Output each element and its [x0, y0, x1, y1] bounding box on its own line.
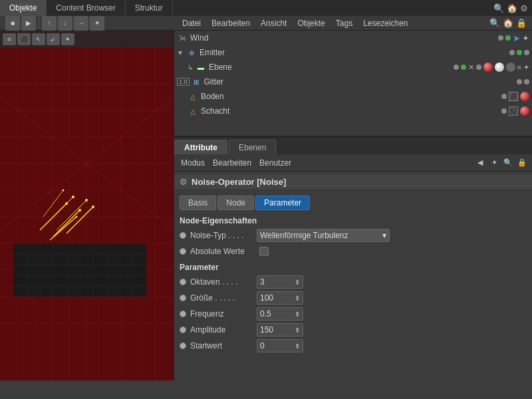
noise-typ-row: Noise-Typ . . . . Wellenförmige Turbulen…	[174, 227, 532, 243]
operator-title: Noise-Operator [Noise]	[192, 177, 286, 187]
startwert-value: 0	[260, 341, 265, 350]
object-row-boden[interactable]: △ Boden ⬛	[174, 89, 532, 104]
groesse-value: 100	[260, 293, 273, 303]
emitter-dots	[509, 50, 529, 55]
groesse-spinner[interactable]: ⬍	[295, 295, 300, 302]
amplitude-spinner[interactable]: ⬍	[295, 327, 300, 334]
vp-btn-4[interactable]: ↙	[47, 33, 60, 45]
startwert-input[interactable]: 0 ⬍	[257, 339, 303, 352]
attr-bearbeiten[interactable]: Bearbeiten	[210, 158, 254, 168]
object-row-ebene[interactable]: ↳ ▬ Ebene ✕ ≡ ✦	[174, 60, 532, 74]
sub-tab-node[interactable]: Node	[217, 196, 254, 210]
groesse-bullet	[180, 295, 186, 301]
right-panel: 🌬 Wind ➤ ✦ ▼ ⊕ Emitter	[174, 31, 532, 380]
vp-btn-5[interactable]: ✦	[61, 33, 74, 45]
absolute-werte-checkbox[interactable]	[259, 247, 269, 256]
emitter-expand[interactable]: ▼	[177, 49, 184, 57]
tab-struktur[interactable]: Struktur	[126, 0, 173, 16]
ebene-label: Ebene	[209, 63, 454, 72]
toolbar-btn-3[interactable]: ↑	[42, 16, 57, 31]
menu-objekte[interactable]: Objekte	[292, 19, 330, 28]
prop-row-oktaven: Oktaven . . . . 3 ⬍	[174, 274, 532, 290]
sub-tab-basis[interactable]: Basis	[180, 196, 216, 210]
vp-btn-3[interactable]: ↖	[32, 33, 45, 45]
amplitude-label: Amplitude	[190, 325, 257, 334]
eb-extra: ≡	[517, 63, 521, 71]
emitter-label: Emitter	[200, 48, 509, 57]
properties-panel: ⚙ Noise-Operator [Noise] Basis Node Para…	[174, 172, 532, 380]
object-row-gitter[interactable]: 1.0 ⊞ Gitter	[174, 74, 532, 89]
tab-content-browser[interactable]: Content Browser	[47, 0, 125, 16]
startwert-label: Startwert	[190, 341, 257, 350]
groesse-label: Größe . . . . .	[190, 293, 257, 303]
vp-btn-2[interactable]: ⬛	[17, 33, 31, 45]
search-icon[interactable]: 🔍	[493, 3, 504, 13]
frequenz-spinner[interactable]: ⬍	[295, 311, 300, 318]
frequenz-input[interactable]: 0.5 ⬍	[257, 307, 303, 321]
sphere-grey	[506, 63, 515, 72]
object-row-wind[interactable]: 🌬 Wind ➤ ✦	[174, 31, 532, 45]
toolbar-btn-4[interactable]: ↓	[58, 16, 72, 31]
g-dot-2	[524, 79, 529, 84]
attr-benutzer[interactable]: Benutzer	[257, 158, 294, 168]
wind-arrow[interactable]: ➤	[513, 33, 520, 43]
gitter-label: Gitter	[204, 77, 517, 86]
gitter-dots	[517, 79, 529, 84]
settings-icon[interactable]: ⚙	[520, 3, 528, 13]
menu-tags[interactable]: Tags	[331, 19, 358, 28]
attr-toolbar-icons: ◀ ✦ 🔍 🔒	[474, 157, 528, 169]
home-right-icon[interactable]: 🏠	[503, 18, 513, 28]
home-icon[interactable]: 🏠	[507, 3, 517, 13]
svg-point-52	[76, 216, 78, 218]
tab-objekte[interactable]: Objekte	[0, 0, 47, 16]
oktaven-input[interactable]: 3 ⬍	[257, 275, 303, 289]
attr-search-icon[interactable]: 🔍	[502, 157, 514, 169]
schacht-icon: △	[188, 106, 198, 116]
eb-x[interactable]: ✕	[468, 63, 474, 72]
tab-attribute[interactable]: Attribute	[174, 140, 227, 154]
absolute-werte-row: Absolute Werte	[174, 243, 532, 259]
startwert-spinner[interactable]: ⬍	[295, 342, 300, 350]
ebene-arrow: ↳	[188, 64, 193, 71]
attr-modus[interactable]: Modus	[178, 158, 207, 168]
boden-icon: △	[188, 91, 198, 102]
groesse-input[interactable]: 100 ⬍	[257, 291, 303, 305]
toolbar-btn-5[interactable]: →	[74, 16, 88, 31]
eb-dot-2	[461, 65, 466, 70]
g-dot-1	[517, 79, 522, 84]
main-area: ≡ ⬛ ↖ ↙ ✦ 🌬 Wind ➤ ✦ ▼	[0, 31, 532, 380]
tab-ebenen[interactable]: Ebenen	[229, 140, 276, 154]
attr-lock-icon[interactable]: 🔒	[516, 157, 528, 169]
menu-bearbeiten[interactable]: Bearbeiten	[206, 19, 255, 28]
noise-typ-dropdown[interactable]: Wellenförmige Turbulenz ▾	[257, 229, 390, 242]
top-tab-bar: Objekte Content Browser Struktur 🔍 🏠 ⚙	[0, 0, 532, 16]
toolbar-btn-6[interactable]: ✦	[90, 16, 104, 31]
search-right-icon[interactable]: 🔍	[489, 18, 500, 28]
wind-icon: 🌬	[177, 33, 188, 43]
menu-ansicht[interactable]: Ansicht	[255, 19, 292, 28]
absolute-werte-label: Absolute Werte	[190, 247, 257, 256]
toolbar-btn-1[interactable]: ■	[5, 16, 20, 31]
oktaven-spinner[interactable]: ⬍	[295, 279, 300, 286]
wind-extra: ✦	[522, 33, 529, 43]
attr-star-icon[interactable]: ✦	[488, 157, 500, 169]
object-row-schacht[interactable]: △ Schacht	[174, 104, 532, 118]
absolute-werte-bullet	[180, 248, 186, 255]
eb-dot-3	[476, 65, 481, 70]
toolbar-btn-2[interactable]: ▶	[21, 16, 36, 31]
menu-lesezeichen[interactable]: Lesezeichen	[358, 19, 413, 28]
sub-tab-parameter[interactable]: Parameter	[255, 196, 310, 210]
sphere-white	[495, 63, 504, 72]
amplitude-input[interactable]: 150 ⬍	[257, 323, 303, 336]
frequenz-value: 0.5	[260, 309, 271, 319]
object-row-emitter[interactable]: ▼ ⊕ Emitter	[174, 45, 532, 60]
prop-row-startwert: Startwert 0 ⬍	[174, 338, 532, 354]
menu-datei[interactable]: Datei	[177, 19, 206, 28]
startwert-bullet	[180, 342, 186, 349]
parameter-header: Parameter	[174, 259, 532, 274]
eb-dot-1	[454, 65, 459, 70]
ebene-dots: ✕ ≡ ✦	[454, 63, 529, 72]
vp-btn-1[interactable]: ≡	[3, 33, 16, 45]
arrow-left-icon[interactable]: ◀	[474, 157, 486, 169]
emitter-icon: ⊕	[186, 47, 197, 58]
